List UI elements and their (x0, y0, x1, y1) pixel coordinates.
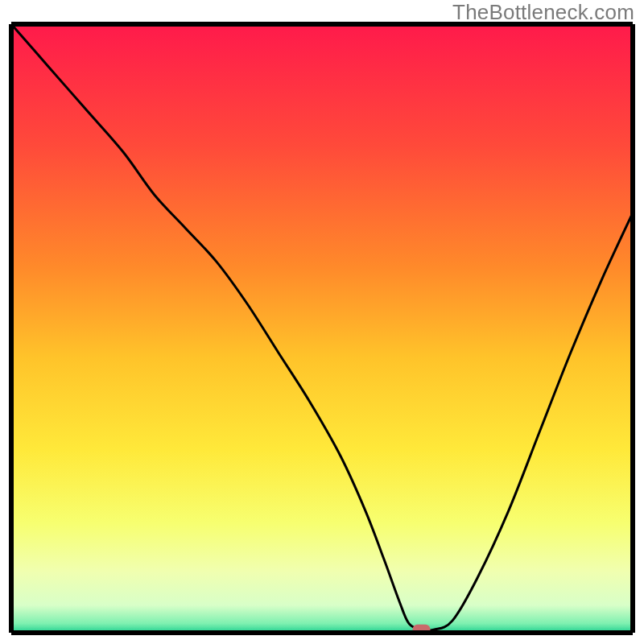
gradient-background (11, 24, 633, 633)
chart-container: TheBottleneck.com (0, 0, 644, 644)
watermark-label: TheBottleneck.com (452, 0, 634, 25)
bottleneck-chart (0, 0, 644, 644)
